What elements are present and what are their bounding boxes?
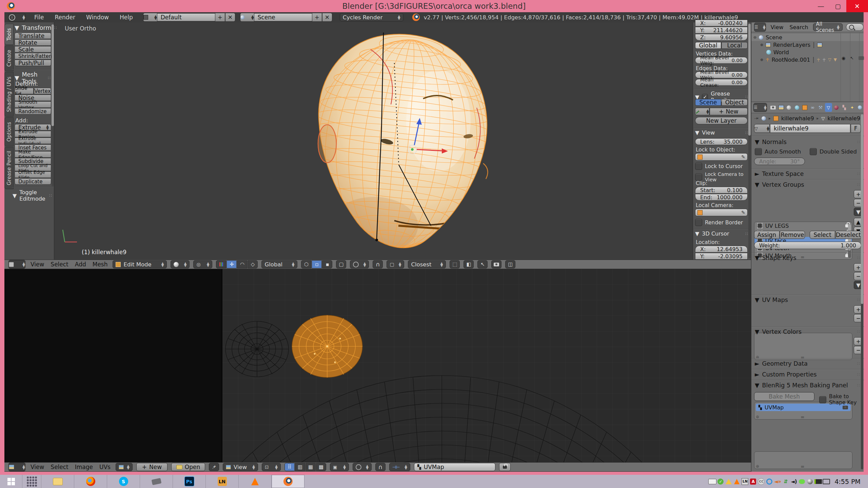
lock-camera-checkbox[interactable] [695,174,702,181]
view3d-menu-select[interactable]: Select [49,261,70,268]
touch-keyboard-icon[interactable] [708,477,716,486]
close-button[interactable]: ✕ [846,0,868,12]
quicktime-icon[interactable] [765,477,773,486]
menu-render[interactable]: Render [53,14,77,21]
maximize-button[interactable]: ▢ [829,0,846,12]
cursor-panel-header[interactable]: ▼3D Cursor∷ [695,230,749,237]
outliner-search-field[interactable] [846,23,864,31]
menu-window[interactable]: Window [85,14,110,21]
shrink-fatten-button[interactable]: Shrink/Fatten [15,53,51,59]
proportional-edit-selector[interactable]: ▲▼ [350,260,369,268]
outliner-scope-selector[interactable]: All Scenes ▲▼ [813,23,843,31]
operator-repeat-button[interactable]: ↖ [477,260,488,268]
slide-edge-button[interactable]: Slide Ed [15,88,34,94]
vgroup-row-uv-legs[interactable]: UV LEGS [754,222,852,229]
taskbar-photoshop[interactable]: Ps [173,475,206,488]
uv-menu-view[interactable]: View [29,464,45,470]
outliner-editor-button[interactable]: ☰ ▲▼ [754,23,766,32]
uv-menu-uvs[interactable]: UVs [98,464,112,470]
median-z-field[interactable]: Z:9.60956 [695,34,748,41]
edge-select-button[interactable]: ▫ [312,260,322,268]
fake-user-button[interactable]: F [851,124,861,133]
gp-new-layer-button[interactable]: New Layer [695,117,748,124]
cursor-x-field[interactable]: X:12.64953 [695,246,748,252]
outliner-row-world[interactable]: World [751,48,864,56]
wireless-warning-icon[interactable] [725,477,733,486]
taskbar-clock[interactable]: 4:55 PM [830,478,868,485]
push-pull-button[interactable]: Push/Pull [15,60,51,66]
tab-texture[interactable]: ▚ [841,103,848,112]
mesh-browse-button[interactable]: ▽ ▲▼ [754,124,770,133]
tab-object[interactable] [801,103,808,112]
view3d-menu-add[interactable]: Add [74,261,87,268]
vertex-colors-list[interactable]: ⊕ = [754,451,852,469]
local-camera-field[interactable]: ✎ [695,209,748,216]
layout-name-field[interactable]: Default [157,13,215,21]
layout-add-button[interactable]: + [215,13,225,22]
snap-element-selector[interactable]: ▢ ▲▼ [387,260,404,268]
uv-proportional-selector[interactable]: ▲▼ [353,463,372,471]
slide-vertex-button[interactable]: Vertex [34,88,51,94]
uv-menu-select[interactable]: Select [49,464,70,470]
tab-object-data[interactable]: ▽ [825,103,832,112]
viewport-3d[interactable]: User Ortho (1) killerwhale9 [4,22,751,260]
toolshelf-tab-options[interactable]: Options [4,117,14,146]
clip-end-field[interactable]: End:1000.000 [695,194,748,201]
lock-object-field[interactable]: ✎ [695,153,748,161]
outliner-menu-search[interactable]: Search [788,24,810,30]
taskbar-firefox[interactable] [74,475,107,488]
tab-render[interactable] [770,103,777,112]
image-new-button[interactable]: +New [136,463,167,471]
uv-pivot-selector[interactable]: ⊡ ▲▼ [262,463,281,471]
vgroups-scrollbar[interactable] [848,224,851,258]
image-pin-button[interactable]: 📌︎ [209,463,219,471]
green-app-icon[interactable] [798,477,806,486]
trackball-icon[interactable] [806,477,814,486]
vertex-colors-panel-header[interactable]: ▼Vertex Colors∷ [755,328,861,335]
render-border-checkbox[interactable] [695,219,702,226]
viewport-shading-selector[interactable]: ▲▼ [171,260,190,268]
nvidia-icon[interactable] [814,477,822,486]
bake-to-shape-key-checkbox[interactable] [819,396,826,403]
volume-icon[interactable]: ◄) [790,477,798,486]
transform-panel-header[interactable]: ▼Transform∷ [15,24,51,31]
breadcrumb-object-name[interactable]: killerwhale9 [781,115,814,122]
mesh-name-field[interactable]: killerwhale9 [770,124,850,133]
shape-keys-panel-header[interactable]: ▼Shape Keys∷ [755,255,861,261]
mode-selector[interactable]: Edit Mode ▲▼ [113,260,167,268]
list-resize-grip[interactable]: = [801,355,805,360]
limit-selection-visible-button[interactable]: ▢ [336,260,346,268]
gp-new-button[interactable]: +New [710,108,748,115]
info-editor-button[interactable]: i ▲▼ [8,13,25,22]
toolshelf-scrollbar[interactable] [52,24,54,186]
uvmap-render-camera-icon[interactable] [843,406,848,409]
uv-snap-magnet-button[interactable]: ∩ [375,463,386,471]
image-browse-dropdown[interactable]: ▲▼ [116,463,133,471]
vertex-groups-list[interactable]: UV LEGS UV pussy UV face UV teeth UV Mou… [754,222,852,260]
snap-peel-button[interactable]: ⬚ [450,260,460,268]
uv-maps-panel-header[interactable]: ▼UV Maps∷ [755,297,861,303]
manipulator-toggle[interactable] [216,260,226,268]
local-button[interactable]: Local [722,42,748,49]
gp-pencil-dropdown[interactable]: ▲▼ [695,108,709,115]
pin-icon[interactable]: 📌︎ [753,115,760,122]
npanel-scrollbar[interactable] [748,24,751,258]
uv-face-select-button[interactable]: ▦ [305,463,316,471]
manipulator-rotate-button[interactable]: ◠ [237,260,247,268]
deselect-button[interactable]: Deselect [835,231,861,239]
tab-modifiers[interactable]: ⚒︎ [817,103,824,112]
list-add-corner-icon[interactable]: ⊕ [756,464,759,469]
network-display-icon[interactable] [822,477,830,486]
vlc-tray-icon[interactable] [733,477,741,486]
randomize-button[interactable]: Randomize [15,108,51,115]
breadcrumb-data-name[interactable]: killerwhale9 [828,115,861,122]
view3d-editor-button[interactable]: ▲▼ [8,260,25,269]
scene-add-button[interactable]: + [312,13,322,22]
snap-align-button[interactable]: ◧ [463,260,474,268]
menu-file[interactable]: File [33,14,45,21]
snap-magnet-button[interactable]: ∩ [373,260,383,268]
outliner-row-renderlayers[interactable]: ⊕ RenderLayers | [751,41,864,48]
view3d-menu-mesh[interactable]: Mesh [91,261,109,268]
select-button[interactable]: Select [810,231,835,239]
scene-name-field[interactable]: Scene [254,13,312,21]
